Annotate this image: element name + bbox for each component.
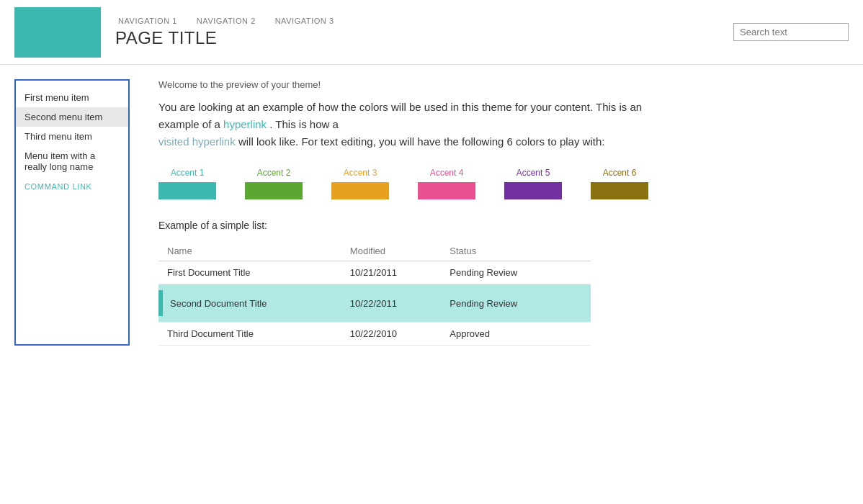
desc-middle: . This is how a <box>269 118 339 130</box>
page-title: PAGE TITLE <box>115 28 733 48</box>
sidebar: First menu item Second menu item Third m… <box>14 79 130 346</box>
cell-name-selected: Second Document Title <box>158 284 341 322</box>
cell-status: Pending Review <box>441 261 591 284</box>
header: NAVIGATION 1 NAVIGATION 2 NAVIGATION 3 P… <box>0 0 863 65</box>
table-header: Name Modified Status <box>158 241 591 261</box>
breadcrumb-item-3[interactable]: NAVIGATION 3 <box>275 17 334 25</box>
cell-modified-selected: 10/22/2011 <box>341 284 441 323</box>
table-body: First Document Title 10/21/2011 Pending … <box>158 261 591 346</box>
cell-name: Third Document Title <box>158 323 341 346</box>
breadcrumb-item-2[interactable]: NAVIGATION 2 <box>197 17 256 25</box>
accent-swatch-6 <box>591 182 648 199</box>
header-center: NAVIGATION 1 NAVIGATION 2 NAVIGATION 3 P… <box>101 17 733 48</box>
breadcrumb-separator <box>264 17 269 25</box>
cell-status-selected: Pending Review <box>441 284 591 323</box>
cell-modified: 10/21/2011 <box>341 261 441 284</box>
list-title: Example of a simple list: <box>158 220 849 231</box>
breadcrumb-separator <box>186 17 191 25</box>
accent-labels: Accent 1 Accent 2 Accent 3 Accent 4 Acce… <box>158 168 849 178</box>
col-header-status: Status <box>441 241 591 261</box>
desc-after: will look like. For text editing, you wi… <box>238 135 605 148</box>
accent-label-6: Accent 6 <box>591 168 648 178</box>
accent-swatch-3 <box>331 182 389 199</box>
accent-swatch-4 <box>418 182 475 199</box>
cell-status: Approved <box>441 323 591 346</box>
main-content: Welcome to the preview of your theme! Yo… <box>144 79 849 346</box>
layout: First menu item Second menu item Third m… <box>0 65 863 360</box>
accent-label-3: Accent 3 <box>331 168 389 178</box>
welcome-text: Welcome to the preview of your theme! <box>158 79 849 90</box>
list-section: Example of a simple list: Name Modified … <box>158 220 849 346</box>
breadcrumb: NAVIGATION 1 NAVIGATION 2 NAVIGATION 3 <box>115 17 733 25</box>
accent-swatch-1 <box>158 182 216 199</box>
accent-label-5: Accent 5 <box>504 168 562 178</box>
breadcrumb-item-1[interactable]: NAVIGATION 1 <box>118 17 177 25</box>
sidebar-command-link[interactable]: COMMAND LINK <box>16 176 128 194</box>
accent-swatch-5 <box>504 182 562 199</box>
table-row[interactable]: Third Document Title 10/22/2010 Approved <box>158 323 591 346</box>
search-input[interactable] <box>733 23 849 41</box>
col-header-name: Name <box>158 241 341 261</box>
sidebar-item-first[interactable]: First menu item <box>16 88 128 107</box>
accent-swatch-2 <box>245 182 303 199</box>
col-header-modified: Modified <box>341 241 441 261</box>
row-indicator <box>158 290 163 316</box>
sidebar-item-third[interactable]: Third menu item <box>16 127 128 146</box>
sidebar-item-second[interactable]: Second menu item <box>16 107 128 127</box>
table-row-selected[interactable]: Second Document Title 10/22/2011 Pending… <box>158 284 591 323</box>
accent-label-4: Accent 4 <box>418 168 475 178</box>
description: You are looking at an example of how the… <box>158 99 663 150</box>
logo <box>14 7 101 58</box>
cell-name: First Document Title <box>158 261 341 284</box>
table-row[interactable]: First Document Title 10/21/2011 Pending … <box>158 261 591 284</box>
sidebar-item-long[interactable]: Menu item with a really long name <box>16 146 128 176</box>
accents-section: Accent 1 Accent 2 Accent 3 Accent 4 Acce… <box>158 168 849 199</box>
visited-hyperlink[interactable]: visited hyperlink <box>158 135 236 148</box>
accent-swatches <box>158 182 849 199</box>
simple-table: Name Modified Status First Document Titl… <box>158 241 591 346</box>
hyperlink[interactable]: hyperlink <box>223 118 267 130</box>
accent-label-1: Accent 1 <box>158 168 216 178</box>
accent-label-2: Accent 2 <box>245 168 303 178</box>
cell-modified: 10/22/2010 <box>341 323 441 346</box>
cell-name-text: Second Document Title <box>170 298 267 309</box>
